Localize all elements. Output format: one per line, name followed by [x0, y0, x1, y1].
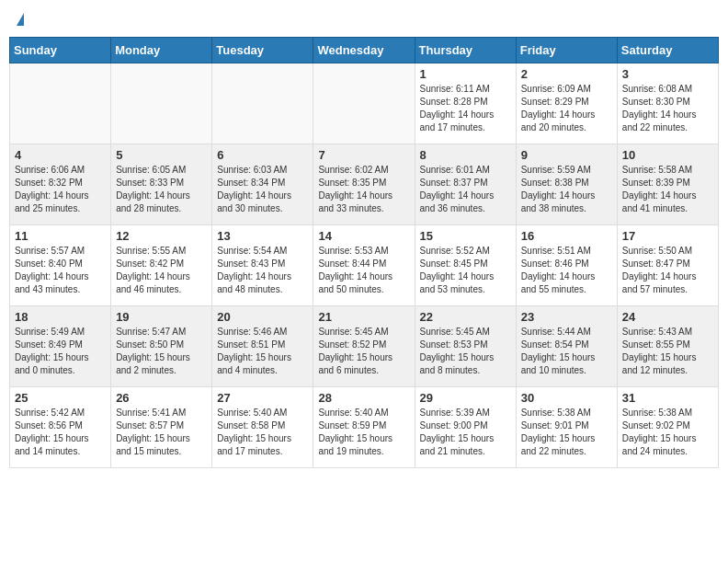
day-number: 11	[15, 229, 106, 243]
day-info: Sunrise: 5:46 AMSunset: 8:51 PMDaylight:…	[217, 326, 308, 377]
calendar-cell: 14Sunrise: 5:53 AMSunset: 8:44 PMDayligh…	[313, 225, 415, 306]
day-info: Sunrise: 5:57 AMSunset: 8:40 PMDaylight:…	[15, 245, 106, 296]
day-info: Sunrise: 6:06 AMSunset: 8:32 PMDaylight:…	[15, 164, 106, 215]
calendar-cell: 16Sunrise: 5:51 AMSunset: 8:46 PMDayligh…	[516, 225, 617, 306]
calendar-header-row: SundayMondayTuesdayWednesdayThursdayFrid…	[10, 38, 719, 63]
day-info: Sunrise: 5:42 AMSunset: 8:56 PMDaylight:…	[15, 407, 106, 458]
calendar-cell: 17Sunrise: 5:50 AMSunset: 8:47 PMDayligh…	[617, 225, 718, 306]
day-info: Sunrise: 5:51 AMSunset: 8:46 PMDaylight:…	[521, 245, 612, 296]
calendar-week-row: 25Sunrise: 5:42 AMSunset: 8:56 PMDayligh…	[10, 387, 719, 468]
calendar-cell: 28Sunrise: 5:40 AMSunset: 8:59 PMDayligh…	[313, 387, 415, 468]
calendar-week-row: 1Sunrise: 6:11 AMSunset: 8:28 PMDaylight…	[10, 63, 719, 144]
day-info: Sunrise: 6:03 AMSunset: 8:34 PMDaylight:…	[217, 164, 308, 215]
day-info: Sunrise: 5:45 AMSunset: 8:52 PMDaylight:…	[318, 326, 409, 377]
day-info: Sunrise: 6:11 AMSunset: 8:28 PMDaylight:…	[420, 83, 511, 134]
day-number: 15	[420, 229, 511, 243]
calendar-cell	[313, 63, 415, 144]
day-number: 28	[318, 391, 409, 405]
calendar-cell: 11Sunrise: 5:57 AMSunset: 8:40 PMDayligh…	[10, 225, 111, 306]
day-number: 23	[521, 310, 612, 324]
day-number: 16	[521, 229, 612, 243]
day-info: Sunrise: 6:01 AMSunset: 8:37 PMDaylight:…	[420, 164, 511, 215]
day-info: Sunrise: 5:40 AMSunset: 8:59 PMDaylight:…	[318, 407, 409, 458]
day-info: Sunrise: 5:47 AMSunset: 8:50 PMDaylight:…	[116, 326, 207, 377]
day-number: 2	[521, 67, 612, 81]
calendar-cell: 21Sunrise: 5:45 AMSunset: 8:52 PMDayligh…	[313, 306, 415, 387]
day-number: 31	[622, 391, 713, 405]
calendar-cell: 23Sunrise: 5:44 AMSunset: 8:54 PMDayligh…	[516, 306, 617, 387]
calendar-header-saturday: Saturday	[617, 38, 718, 63]
calendar-cell	[212, 63, 313, 144]
calendar-week-row: 18Sunrise: 5:49 AMSunset: 8:49 PMDayligh…	[10, 306, 719, 387]
day-number: 3	[622, 67, 713, 81]
calendar-header-sunday: Sunday	[10, 38, 111, 63]
calendar-header-tuesday: Tuesday	[212, 38, 313, 63]
day-number: 13	[217, 229, 308, 243]
day-number: 24	[622, 310, 713, 324]
day-number: 30	[521, 391, 612, 405]
calendar-week-row: 4Sunrise: 6:06 AMSunset: 8:32 PMDaylight…	[10, 144, 719, 225]
calendar-cell: 13Sunrise: 5:54 AMSunset: 8:43 PMDayligh…	[212, 225, 313, 306]
calendar-cell: 19Sunrise: 5:47 AMSunset: 8:50 PMDayligh…	[111, 306, 212, 387]
calendar-cell: 27Sunrise: 5:40 AMSunset: 8:58 PMDayligh…	[212, 387, 313, 468]
day-number: 7	[318, 148, 409, 162]
calendar-week-row: 11Sunrise: 5:57 AMSunset: 8:40 PMDayligh…	[10, 225, 719, 306]
calendar-cell: 3Sunrise: 6:08 AMSunset: 8:30 PMDaylight…	[617, 63, 718, 144]
day-number: 12	[116, 229, 207, 243]
day-number: 19	[116, 310, 207, 324]
logo	[15, 13, 24, 26]
logo-triangle-icon	[17, 13, 24, 26]
day-info: Sunrise: 5:43 AMSunset: 8:55 PMDaylight:…	[622, 326, 713, 377]
calendar-cell: 31Sunrise: 5:38 AMSunset: 9:02 PMDayligh…	[617, 387, 718, 468]
day-number: 10	[622, 148, 713, 162]
page-header	[9, 9, 719, 29]
day-number: 6	[217, 148, 308, 162]
calendar-cell: 5Sunrise: 6:05 AMSunset: 8:33 PMDaylight…	[111, 144, 212, 225]
calendar-cell: 6Sunrise: 6:03 AMSunset: 8:34 PMDaylight…	[212, 144, 313, 225]
calendar-cell: 1Sunrise: 6:11 AMSunset: 8:28 PMDaylight…	[415, 63, 516, 144]
calendar-cell: 7Sunrise: 6:02 AMSunset: 8:35 PMDaylight…	[313, 144, 415, 225]
calendar-cell: 9Sunrise: 5:59 AMSunset: 8:38 PMDaylight…	[516, 144, 617, 225]
day-number: 8	[420, 148, 511, 162]
calendar-header-monday: Monday	[111, 38, 212, 63]
day-info: Sunrise: 5:44 AMSunset: 8:54 PMDaylight:…	[521, 326, 612, 377]
calendar-cell: 15Sunrise: 5:52 AMSunset: 8:45 PMDayligh…	[415, 225, 516, 306]
day-info: Sunrise: 5:52 AMSunset: 8:45 PMDaylight:…	[420, 245, 511, 296]
day-info: Sunrise: 5:58 AMSunset: 8:39 PMDaylight:…	[622, 164, 713, 215]
calendar-cell: 8Sunrise: 6:01 AMSunset: 8:37 PMDaylight…	[415, 144, 516, 225]
calendar-cell: 20Sunrise: 5:46 AMSunset: 8:51 PMDayligh…	[212, 306, 313, 387]
calendar-table: SundayMondayTuesdayWednesdayThursdayFrid…	[9, 37, 719, 468]
day-info: Sunrise: 5:41 AMSunset: 8:57 PMDaylight:…	[116, 407, 207, 458]
day-number: 17	[622, 229, 713, 243]
calendar-cell	[10, 63, 111, 144]
day-info: Sunrise: 5:50 AMSunset: 8:47 PMDaylight:…	[622, 245, 713, 296]
day-number: 4	[15, 148, 106, 162]
day-number: 21	[318, 310, 409, 324]
calendar-cell: 30Sunrise: 5:38 AMSunset: 9:01 PMDayligh…	[516, 387, 617, 468]
calendar-cell: 26Sunrise: 5:41 AMSunset: 8:57 PMDayligh…	[111, 387, 212, 468]
calendar-cell: 24Sunrise: 5:43 AMSunset: 8:55 PMDayligh…	[617, 306, 718, 387]
day-number: 1	[420, 67, 511, 81]
calendar-cell: 29Sunrise: 5:39 AMSunset: 9:00 PMDayligh…	[415, 387, 516, 468]
day-number: 25	[15, 391, 106, 405]
day-number: 20	[217, 310, 308, 324]
day-number: 18	[15, 310, 106, 324]
day-info: Sunrise: 5:59 AMSunset: 8:38 PMDaylight:…	[521, 164, 612, 215]
day-info: Sunrise: 5:39 AMSunset: 9:00 PMDaylight:…	[420, 407, 511, 458]
calendar-cell: 22Sunrise: 5:45 AMSunset: 8:53 PMDayligh…	[415, 306, 516, 387]
calendar-cell: 2Sunrise: 6:09 AMSunset: 8:29 PMDaylight…	[516, 63, 617, 144]
day-number: 29	[420, 391, 511, 405]
calendar-cell: 25Sunrise: 5:42 AMSunset: 8:56 PMDayligh…	[10, 387, 111, 468]
day-number: 22	[420, 310, 511, 324]
day-info: Sunrise: 5:54 AMSunset: 8:43 PMDaylight:…	[217, 245, 308, 296]
calendar-header-wednesday: Wednesday	[313, 38, 415, 63]
day-info: Sunrise: 5:55 AMSunset: 8:42 PMDaylight:…	[116, 245, 207, 296]
day-number: 26	[116, 391, 207, 405]
day-info: Sunrise: 5:40 AMSunset: 8:58 PMDaylight:…	[217, 407, 308, 458]
calendar-cell: 18Sunrise: 5:49 AMSunset: 8:49 PMDayligh…	[10, 306, 111, 387]
day-number: 9	[521, 148, 612, 162]
day-info: Sunrise: 5:38 AMSunset: 9:01 PMDaylight:…	[521, 407, 612, 458]
calendar-header-friday: Friday	[516, 38, 617, 63]
calendar-header-thursday: Thursday	[415, 38, 516, 63]
day-info: Sunrise: 6:02 AMSunset: 8:35 PMDaylight:…	[318, 164, 409, 215]
